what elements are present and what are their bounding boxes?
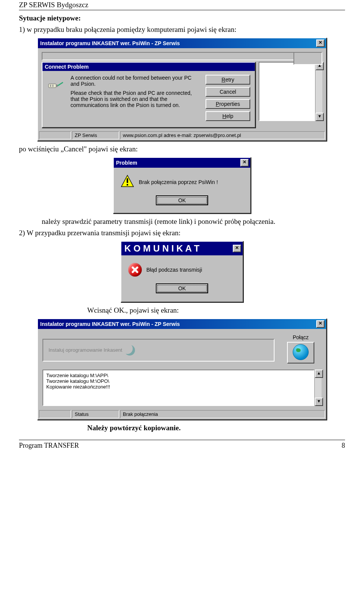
status-bar-2: Status Brak połączenia: [38, 409, 326, 419]
connect-problem-body: A connection could not be formed between…: [42, 71, 255, 127]
komunikat-title: K O M U N I K A T: [124, 243, 199, 254]
close-icon[interactable]: ✕: [316, 320, 325, 328]
cancel-button[interactable]: Cancel: [206, 87, 250, 97]
status-bar: ZP Serwis www.psion.com.pl adres e-mail:…: [38, 130, 326, 140]
svg-rect-3: [50, 85, 51, 87]
log-panel: Tworzenie katalogu M:\APP\ Tworzenie kat…: [42, 370, 314, 406]
crescent-icon: [124, 345, 135, 356]
svg-rect-4: [52, 85, 53, 87]
problem-dialog: Problem ✕ Brak połączenia poprzez PsiWin…: [113, 157, 251, 214]
komunikat-dialog: K O M U N I K A T ✕ Błąd podczas transmi…: [121, 241, 243, 302]
footer-page-number: 8: [342, 442, 345, 450]
status-cell-2: ZP Serwis: [72, 131, 119, 139]
warning-icon: [121, 175, 134, 189]
installer-dialog-2: Instalator programu INKASENT wer. PsiWin…: [37, 318, 327, 420]
connect-problem-dialog: Connect Problem: [42, 62, 256, 128]
scrollbar[interactable]: ▲ ▼: [314, 370, 322, 406]
komunikat-titlebar: K O M U N I K A T ✕: [121, 242, 243, 255]
status-cell-empty: [39, 410, 71, 418]
connect-label: Połącz: [280, 334, 322, 340]
installer-titlebar: Instalator programu INKASENT wer. PsiWin…: [38, 38, 326, 48]
plug-icon: [47, 75, 66, 123]
log-line-3: Kopiowanie niezakończone!!!: [46, 384, 311, 390]
globe-icon: [293, 344, 309, 360]
scroll-down-icon[interactable]: ▼: [315, 398, 323, 406]
log-line-2: Tworzenie katalogu M:\OPO\: [46, 378, 311, 384]
situation-2-text: 2) W przypadku przerwania transmisji poj…: [19, 229, 345, 237]
status-cell-3: www.psion.com.pl adres e-mail: zpserwis@…: [120, 131, 325, 139]
install-panel: Instaluj oprogramowanie Inkasent: [42, 339, 275, 362]
status-cell-value: Brak połączenia: [120, 410, 325, 418]
scrollbar[interactable]: ▲ ▼: [315, 62, 322, 121]
problem-message: Brak połączenia poprzez PsiWin !: [139, 179, 243, 185]
problem-titlebar: Problem ✕: [114, 158, 250, 168]
connect-button[interactable]: [287, 342, 314, 363]
error-icon: [128, 263, 142, 277]
problem-title: Problem: [116, 160, 137, 166]
section-title: Sytuacje nietypowe:: [19, 14, 345, 22]
press-ok-text: Wcisnąć OK., pojawi się ekran:: [87, 306, 345, 315]
svg-rect-7: [127, 184, 128, 186]
footer-program: Program TRANSFER: [19, 442, 79, 450]
close-icon[interactable]: ✕: [316, 39, 325, 47]
svg-line-2: [58, 82, 63, 86]
svg-rect-6: [127, 178, 128, 183]
status-cell-1: [39, 131, 71, 139]
installer-dialog: Instalator programu INKASENT wer. PsiWin…: [37, 38, 327, 141]
install-label: Instaluj oprogramowanie Inkasent: [49, 347, 122, 353]
page-header: ZP SERWIS Bydgoszcz: [19, 0, 345, 10]
installer-2-title: Instalator programu INKASENT wer. PsiWin…: [40, 321, 180, 327]
svg-rect-1: [56, 85, 58, 87]
status-cell-label: Status: [72, 410, 119, 418]
page-footer: Program TRANSFER 8: [19, 440, 345, 450]
connect-problem-text-2: Please check that the Psion and PC are c…: [71, 90, 201, 108]
close-icon[interactable]: ✕: [240, 159, 249, 167]
ok-button[interactable]: OK: [156, 195, 208, 205]
after-cancel-text: po wciśnięciu „Cancel" pojawi się ekran:: [19, 145, 345, 153]
log-line-1: Tworzenie katalogu M:\APP\: [46, 373, 311, 378]
ok-button[interactable]: OK: [156, 283, 208, 293]
installer-title: Instalator programu INKASENT wer. PsiWin…: [40, 40, 180, 46]
repeat-copy-text: Należy powtórzyć kopiowanie.: [87, 424, 345, 432]
help-button[interactable]: Help: [206, 111, 250, 121]
properties-button[interactable]: Properties: [206, 99, 250, 109]
situation-1-text: 1) w przypadku braku połączenia pomiędzy…: [19, 25, 345, 34]
connect-problem-title: Connect Problem: [45, 64, 89, 70]
scroll-down-icon[interactable]: ▼: [315, 113, 324, 121]
installer-2-titlebar: Instalator programu INKASENT wer. PsiWin…: [38, 319, 326, 329]
connect-problem-text-1: A connection could not be formed between…: [71, 75, 201, 87]
close-icon[interactable]: ✕: [233, 245, 241, 252]
komunikat-message: Błąd podczas transmisji: [146, 267, 236, 273]
scroll-up-icon[interactable]: ▲: [315, 370, 323, 378]
retry-button[interactable]: Retry: [206, 75, 250, 85]
connect-problem-titlebar: Connect Problem: [42, 63, 255, 71]
check-params-text: należy sprawdzić parametry transmisji (r…: [42, 217, 345, 226]
